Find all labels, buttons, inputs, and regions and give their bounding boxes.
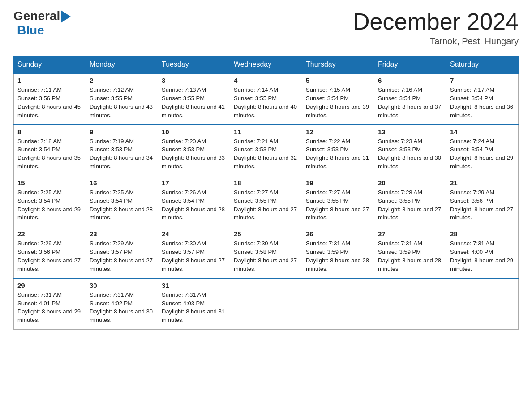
calendar-cell: 16Sunrise: 7:25 AMSunset: 3:54 PMDayligh… xyxy=(86,176,158,227)
weekday-header-saturday: Saturday xyxy=(446,56,519,74)
logo-triangle-icon xyxy=(61,10,71,23)
calendar-cell: 18Sunrise: 7:27 AMSunset: 3:55 PMDayligh… xyxy=(230,176,302,227)
calendar-cell: 22Sunrise: 7:29 AMSunset: 3:56 PMDayligh… xyxy=(14,227,86,278)
day-number: 12 xyxy=(306,128,370,136)
day-info: Sunrise: 7:31 AMSunset: 3:59 PMDaylight:… xyxy=(378,240,442,273)
calendar-cell: 11Sunrise: 7:21 AMSunset: 3:53 PMDayligh… xyxy=(230,125,302,176)
calendar-cell: 20Sunrise: 7:28 AMSunset: 3:55 PMDayligh… xyxy=(374,176,446,227)
day-info: Sunrise: 7:31 AMSunset: 4:01 PMDaylight:… xyxy=(17,291,82,325)
day-number: 20 xyxy=(378,179,442,187)
day-info: Sunrise: 7:28 AMSunset: 3:55 PMDaylight:… xyxy=(378,188,442,222)
day-number: 17 xyxy=(162,179,226,187)
day-number: 11 xyxy=(234,128,298,136)
calendar-cell: 24Sunrise: 7:30 AMSunset: 3:57 PMDayligh… xyxy=(158,227,230,278)
calendar-cell: 14Sunrise: 7:24 AMSunset: 3:54 PMDayligh… xyxy=(446,125,519,176)
day-number: 29 xyxy=(17,282,82,289)
calendar-cell: 9Sunrise: 7:19 AMSunset: 3:53 PMDaylight… xyxy=(86,125,158,176)
day-number: 9 xyxy=(90,128,154,136)
calendar-cell: 17Sunrise: 7:26 AMSunset: 3:54 PMDayligh… xyxy=(158,176,230,227)
calendar-cell: 4Sunrise: 7:14 AMSunset: 3:55 PMDaylight… xyxy=(230,73,302,124)
svg-marker-0 xyxy=(61,10,71,23)
week-row-2: 8Sunrise: 7:18 AMSunset: 3:54 PMDaylight… xyxy=(14,125,519,176)
day-info: Sunrise: 7:29 AMSunset: 3:56 PMDaylight:… xyxy=(450,188,515,222)
day-number: 3 xyxy=(162,77,226,84)
calendar-cell: 10Sunrise: 7:20 AMSunset: 3:53 PMDayligh… xyxy=(158,125,230,176)
month-title: December 2024 xyxy=(353,9,519,34)
day-number: 15 xyxy=(17,179,82,187)
day-number: 16 xyxy=(90,179,154,187)
calendar-cell: 15Sunrise: 7:25 AMSunset: 3:54 PMDayligh… xyxy=(14,176,86,227)
day-number: 23 xyxy=(90,230,154,238)
calendar-cell: 6Sunrise: 7:16 AMSunset: 3:54 PMDaylight… xyxy=(374,73,446,124)
calendar-cell: 12Sunrise: 7:22 AMSunset: 3:53 PMDayligh… xyxy=(302,125,374,176)
calendar-cell: 25Sunrise: 7:30 AMSunset: 3:58 PMDayligh… xyxy=(230,227,302,278)
day-number: 14 xyxy=(450,128,515,136)
day-info: Sunrise: 7:18 AMSunset: 3:54 PMDaylight:… xyxy=(17,137,82,171)
calendar-cell xyxy=(374,278,446,330)
day-number: 24 xyxy=(162,230,226,238)
day-info: Sunrise: 7:17 AMSunset: 3:54 PMDaylight:… xyxy=(450,86,515,120)
day-info: Sunrise: 7:31 AMSunset: 4:00 PMDaylight:… xyxy=(450,240,515,273)
day-number: 13 xyxy=(378,128,442,136)
week-row-1: 1Sunrise: 7:11 AMSunset: 3:56 PMDaylight… xyxy=(14,73,519,124)
day-number: 8 xyxy=(17,128,82,136)
calendar-cell: 13Sunrise: 7:23 AMSunset: 3:53 PMDayligh… xyxy=(374,125,446,176)
day-number: 18 xyxy=(234,179,298,187)
day-info: Sunrise: 7:29 AMSunset: 3:57 PMDaylight:… xyxy=(90,240,154,273)
calendar-cell: 27Sunrise: 7:31 AMSunset: 3:59 PMDayligh… xyxy=(374,227,446,278)
day-number: 31 xyxy=(162,282,226,289)
weekday-header-wednesday: Wednesday xyxy=(230,56,302,74)
calendar-cell: 3Sunrise: 7:13 AMSunset: 3:55 PMDaylight… xyxy=(158,73,230,124)
day-number: 7 xyxy=(450,77,515,84)
weekday-header-monday: Monday xyxy=(86,56,158,74)
day-number: 4 xyxy=(234,77,298,84)
calendar-cell xyxy=(446,278,519,330)
calendar-table: SundayMondayTuesdayWednesdayThursdayFrid… xyxy=(13,56,519,330)
day-info: Sunrise: 7:21 AMSunset: 3:53 PMDaylight:… xyxy=(234,137,298,171)
weekday-header-sunday: Sunday xyxy=(14,56,86,74)
calendar-cell: 5Sunrise: 7:15 AMSunset: 3:54 PMDaylight… xyxy=(302,73,374,124)
weekday-header-thursday: Thursday xyxy=(302,56,374,74)
day-number: 25 xyxy=(234,230,298,238)
day-info: Sunrise: 7:29 AMSunset: 3:56 PMDaylight:… xyxy=(17,240,82,273)
calendar-cell xyxy=(302,278,374,330)
weekday-header-tuesday: Tuesday xyxy=(158,56,230,74)
day-info: Sunrise: 7:19 AMSunset: 3:53 PMDaylight:… xyxy=(90,137,154,171)
day-number: 26 xyxy=(306,230,370,238)
day-info: Sunrise: 7:31 AMSunset: 4:03 PMDaylight:… xyxy=(162,291,226,325)
day-number: 22 xyxy=(17,230,82,238)
calendar-cell: 29Sunrise: 7:31 AMSunset: 4:01 PMDayligh… xyxy=(14,278,86,330)
day-number: 28 xyxy=(450,230,515,238)
day-number: 27 xyxy=(378,230,442,238)
calendar-cell: 2Sunrise: 7:12 AMSunset: 3:55 PMDaylight… xyxy=(86,73,158,124)
calendar-cell: 19Sunrise: 7:27 AMSunset: 3:55 PMDayligh… xyxy=(302,176,374,227)
day-info: Sunrise: 7:30 AMSunset: 3:58 PMDaylight:… xyxy=(234,240,298,273)
day-info: Sunrise: 7:20 AMSunset: 3:53 PMDaylight:… xyxy=(162,137,226,171)
day-number: 19 xyxy=(306,179,370,187)
calendar-cell: 23Sunrise: 7:29 AMSunset: 3:57 PMDayligh… xyxy=(86,227,158,278)
day-info: Sunrise: 7:27 AMSunset: 3:55 PMDaylight:… xyxy=(234,188,298,222)
calendar-cell: 31Sunrise: 7:31 AMSunset: 4:03 PMDayligh… xyxy=(158,278,230,330)
location-text: Tarnok, Pest, Hungary xyxy=(353,36,519,47)
day-info: Sunrise: 7:25 AMSunset: 3:54 PMDaylight:… xyxy=(90,188,154,222)
week-row-5: 29Sunrise: 7:31 AMSunset: 4:01 PMDayligh… xyxy=(14,278,519,330)
logo-general-text: General xyxy=(13,9,60,23)
day-info: Sunrise: 7:23 AMSunset: 3:53 PMDaylight:… xyxy=(378,137,442,171)
title-area: December 2024 Tarnok, Pest, Hungary xyxy=(353,9,519,47)
day-info: Sunrise: 7:31 AMSunset: 3:59 PMDaylight:… xyxy=(306,240,370,273)
day-info: Sunrise: 7:27 AMSunset: 3:55 PMDaylight:… xyxy=(306,188,370,222)
day-number: 6 xyxy=(378,77,442,84)
day-number: 30 xyxy=(90,282,154,289)
day-info: Sunrise: 7:13 AMSunset: 3:55 PMDaylight:… xyxy=(162,86,226,120)
calendar-cell: 28Sunrise: 7:31 AMSunset: 4:00 PMDayligh… xyxy=(446,227,519,278)
calendar-cell: 26Sunrise: 7:31 AMSunset: 3:59 PMDayligh… xyxy=(302,227,374,278)
day-info: Sunrise: 7:14 AMSunset: 3:55 PMDaylight:… xyxy=(234,86,298,120)
day-info: Sunrise: 7:22 AMSunset: 3:53 PMDaylight:… xyxy=(306,137,370,171)
calendar-cell: 21Sunrise: 7:29 AMSunset: 3:56 PMDayligh… xyxy=(446,176,519,227)
weekday-header-row: SundayMondayTuesdayWednesdayThursdayFrid… xyxy=(14,56,519,74)
day-info: Sunrise: 7:24 AMSunset: 3:54 PMDaylight:… xyxy=(450,137,515,171)
week-row-3: 15Sunrise: 7:25 AMSunset: 3:54 PMDayligh… xyxy=(14,176,519,227)
logo-blue-text: Blue xyxy=(15,23,44,37)
day-number: 10 xyxy=(162,128,226,136)
calendar-cell: 30Sunrise: 7:31 AMSunset: 4:02 PMDayligh… xyxy=(86,278,158,330)
